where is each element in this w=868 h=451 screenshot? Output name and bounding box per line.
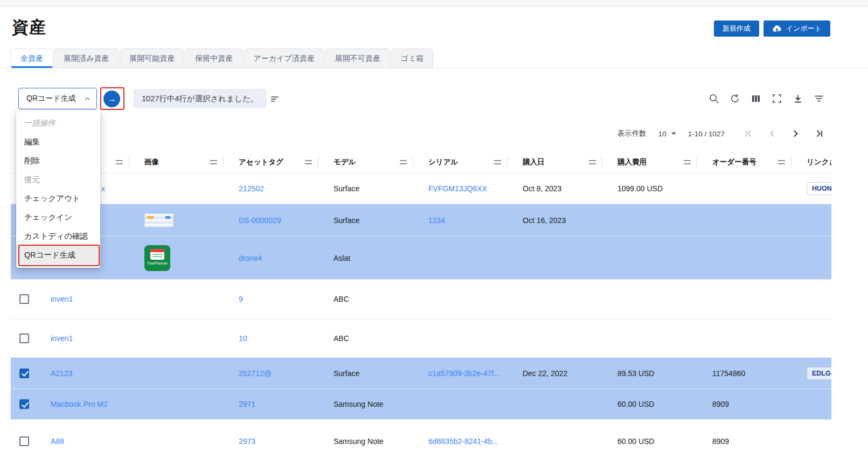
bulk-menu-item[interactable]: 削除	[16, 151, 100, 170]
purchase-date-text: Dec 22, 2022	[523, 369, 567, 378]
bulk-menu-item-label: カストディの確認	[24, 231, 88, 241]
column-header-label: シリアル	[413, 157, 458, 167]
asset-app-icon[interactable]: TimePlanner	[144, 245, 170, 271]
asset-tag-cell: 10	[224, 334, 318, 343]
tab-3[interactable]: 保留中資産	[185, 48, 242, 68]
tabs-bar: 全資産 展開済み資産 展開可能資産 保留中資産 アーカイブ済資産 展開不可資産 …	[11, 48, 433, 68]
row-checkbox[interactable]	[19, 399, 29, 409]
asset-name-link[interactable]: inven1	[51, 295, 73, 303]
model-cell: Samsung Note	[318, 437, 413, 446]
purchase-date-cell: Oct 16, 2023	[508, 216, 602, 225]
asset-name-cell: inven1	[43, 334, 129, 343]
asset-tag-cell: DS-0000029	[224, 216, 318, 225]
asset-image-cell: TimePlanner	[129, 245, 224, 271]
bulk-menu-item: 復元	[16, 170, 100, 189]
order-number-cell: 8909	[697, 437, 791, 446]
row-select-cell	[11, 399, 43, 409]
import-button[interactable]: インポート	[763, 20, 830, 37]
column-filter-icon[interactable]	[684, 160, 691, 164]
tab-6[interactable]: ゴミ箱	[391, 48, 434, 68]
table-row: inven1 10 ABC	[11, 319, 831, 358]
asset-name-link[interactable]: inven1	[51, 334, 73, 343]
asset-tag-cell: drone4	[224, 254, 318, 262]
asset-tag-link[interactable]: 2971	[239, 400, 255, 408]
column-filter-icon[interactable]	[305, 160, 312, 164]
asset-image-cell	[129, 213, 224, 227]
asset-tag-link[interactable]: 10	[239, 334, 247, 343]
model-cell: Surface	[318, 184, 413, 193]
row-checkbox[interactable]	[19, 369, 29, 378]
tab-1[interactable]: 展開済み資産	[54, 48, 119, 68]
arrow-right-icon: →	[108, 94, 116, 104]
bulk-menu-item[interactable]: チェックアウト	[16, 189, 100, 208]
fullscreen-icon[interactable]	[772, 93, 782, 104]
tab-0[interactable]: 全資産	[11, 48, 53, 68]
asset-tag-link[interactable]: 212502	[239, 184, 264, 193]
serial-cell: FVFGM13JQ6XX	[413, 184, 508, 193]
download-icon[interactable]	[793, 93, 803, 104]
serial-link[interactable]: 1234	[428, 216, 445, 225]
asset-name-link[interactable]: Macbook Pro M2	[51, 400, 108, 408]
column-filter-icon[interactable]	[778, 160, 785, 164]
column-filter-icon[interactable]	[116, 160, 123, 164]
row-checkbox[interactable]	[19, 334, 29, 343]
sort-icon[interactable]	[269, 94, 280, 105]
bulk-menu-item[interactable]: カストディの確認	[16, 227, 100, 246]
table-row: x 212502 Surface FVFGM13JQ6XX Oct 8, 202…	[11, 174, 831, 204]
app-icon-label: TimePlanner	[147, 261, 168, 265]
tab-2[interactable]: 展開可能資産	[120, 48, 184, 68]
bulk-action-select[interactable]: QRコード生成	[18, 88, 97, 109]
selection-status: 1027行中4行が選択されました。	[133, 89, 267, 108]
bulk-menu-item[interactable]: QRコード生成	[16, 246, 100, 265]
asset-name-link[interactable]: A88	[51, 437, 64, 446]
model-text: Surface	[334, 216, 359, 225]
column-filter-icon[interactable]	[589, 160, 596, 164]
order-number-text: 8909	[712, 437, 729, 446]
tab-4[interactable]: アーカイブ済資産	[244, 48, 324, 68]
filter-icon[interactable]	[814, 93, 824, 104]
asset-tag-link[interactable]: drone4	[239, 254, 262, 262]
asset-name-link[interactable]: x	[101, 184, 105, 193]
asset-tag-link[interactable]: 252712@	[239, 369, 272, 378]
row-checkbox[interactable]	[19, 436, 29, 446]
bulk-menu-item[interactable]: チェックイン	[16, 208, 100, 227]
import-button-label: インポート	[786, 24, 822, 33]
purchase-cost-text: 60.00 USD	[617, 437, 654, 446]
page-size-select[interactable]: 10	[658, 130, 676, 138]
linked-asset-badge[interactable]: EDLG-4	[807, 367, 831, 380]
bulk-menu-item[interactable]: 編集	[16, 133, 100, 151]
asset-tag-link[interactable]: 9	[239, 295, 243, 303]
column-filter-icon[interactable]	[210, 160, 217, 164]
order-number-cell: 8909	[697, 400, 791, 408]
purchase-date-cell: Dec 22, 2022	[508, 369, 602, 378]
row-select-cell	[11, 334, 43, 343]
purchase-cost-cell: 1099.00 USD	[602, 184, 697, 193]
asset-tag-cell: 212502	[224, 184, 318, 193]
row-checkbox[interactable]	[19, 294, 29, 304]
refresh-icon[interactable]	[730, 93, 740, 104]
asset-name-cell: A2123	[43, 369, 129, 378]
next-page-button[interactable]	[790, 128, 801, 139]
tab-5[interactable]: 展開不可資産	[325, 48, 390, 68]
serial-link[interactable]: c1a57909-3b2e-47f...	[428, 369, 500, 378]
columns-icon[interactable]	[751, 93, 761, 104]
linked-asset-badge[interactable]: HUON	[807, 182, 831, 195]
search-icon[interactable]	[709, 93, 719, 104]
serial-link[interactable]: FVFGM13JQ6XX	[428, 184, 487, 193]
create-button[interactable]: 新規作成	[714, 20, 759, 37]
asset-tag-link[interactable]: 2973	[239, 437, 255, 446]
serial-link[interactable]: 6d8835b2-8241-4b...	[428, 437, 498, 446]
column-filter-icon[interactable]	[400, 160, 407, 164]
order-number-text: 11754860	[712, 369, 745, 378]
asset-tag-link[interactable]: DS-0000029	[239, 216, 281, 225]
purchase-cost-text: 89.53 USD	[617, 369, 654, 378]
last-page-button[interactable]	[814, 128, 825, 139]
asset-name-link[interactable]: A2123	[51, 369, 72, 378]
asset-tag-cell: 2973	[224, 437, 318, 446]
asset-thumbnail[interactable]	[144, 213, 173, 227]
column-filter-icon[interactable]	[494, 160, 501, 164]
row-select-cell	[11, 369, 43, 378]
column-header: モデル	[318, 151, 413, 173]
apply-bulk-action-button[interactable]: →	[103, 91, 120, 107]
row-select-cell	[11, 436, 43, 446]
